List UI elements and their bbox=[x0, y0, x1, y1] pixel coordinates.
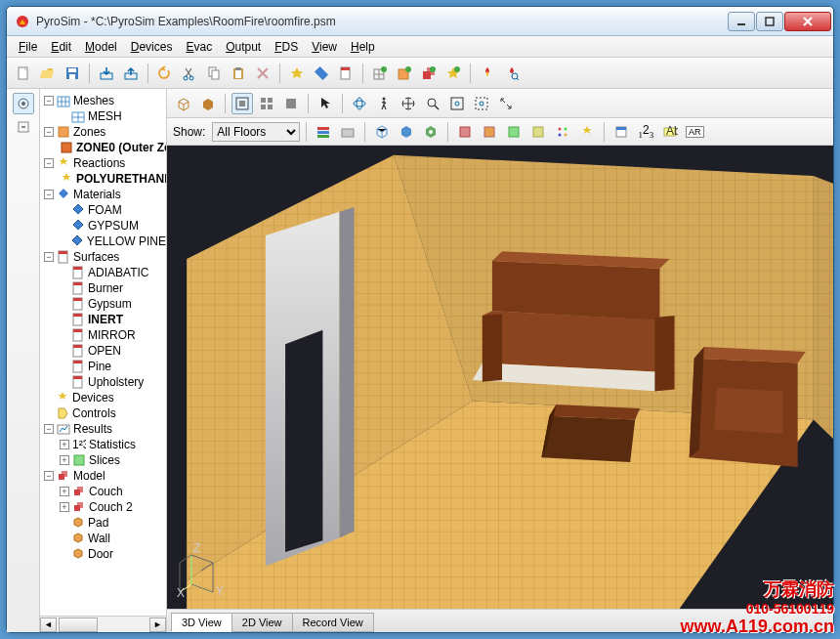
nav-tree[interactable]: −MeshesMESH−ZonesZONE0 (Outer Zo−Reactio… bbox=[40, 89, 166, 616]
zoom-selection-button[interactable] bbox=[471, 93, 492, 114]
run-sv-button[interactable] bbox=[501, 63, 523, 84]
config-button[interactable] bbox=[13, 93, 34, 114]
single-view-button[interactable] bbox=[280, 93, 302, 114]
solid-button[interactable] bbox=[197, 93, 219, 114]
show-particles-button[interactable] bbox=[576, 121, 598, 143]
run-fds-button[interactable] bbox=[477, 63, 498, 84]
floors-button[interactable] bbox=[313, 121, 334, 143]
tree-expander[interactable]: − bbox=[44, 190, 54, 199]
tree-item[interactable]: Door bbox=[40, 546, 166, 562]
tab-3d-view[interactable]: 3D View bbox=[171, 613, 232, 632]
tree-item[interactable]: Burner bbox=[40, 280, 166, 296]
tree-expander[interactable]: + bbox=[60, 455, 69, 465]
tab-2d-view[interactable]: 2D View bbox=[231, 613, 293, 632]
zoom-extents-button[interactable] bbox=[446, 93, 468, 114]
ar-button[interactable]: AR bbox=[684, 121, 705, 143]
clip-button[interactable] bbox=[337, 121, 358, 143]
tree-expander[interactable]: + bbox=[60, 502, 69, 512]
tree-item[interactable]: −Zones bbox=[40, 124, 166, 140]
new-mesh-button[interactable] bbox=[369, 63, 391, 84]
menu-devices[interactable]: Devices bbox=[125, 38, 179, 56]
tree-item[interactable]: −Reactions bbox=[40, 155, 166, 171]
tree-item[interactable]: FOAM bbox=[40, 202, 166, 218]
tree-item[interactable]: ADIABATIC bbox=[40, 265, 166, 280]
tree-item[interactable]: INERT bbox=[40, 312, 166, 327]
undo-button[interactable] bbox=[154, 63, 176, 84]
reset-view-button[interactable] bbox=[495, 93, 517, 114]
tree-item[interactable]: +Couch 2 bbox=[40, 499, 166, 515]
show-holes-button[interactable] bbox=[454, 121, 476, 143]
tree-item[interactable]: Pad bbox=[40, 515, 166, 531]
menu-help[interactable]: Help bbox=[345, 38, 381, 56]
minimize-button[interactable] bbox=[728, 12, 755, 31]
tree-expander[interactable]: − bbox=[44, 424, 54, 434]
3d-canvas[interactable]: Z Y X bbox=[167, 146, 833, 609]
walk-tool[interactable] bbox=[373, 93, 395, 114]
tree-expander[interactable]: − bbox=[44, 127, 54, 137]
collapse-button[interactable] bbox=[13, 116, 34, 138]
show-bnd-button[interactable] bbox=[527, 121, 549, 143]
select-tool[interactable] bbox=[315, 93, 336, 114]
tree-item[interactable]: +Slices bbox=[40, 452, 166, 468]
tree-item[interactable]: +Couch bbox=[40, 484, 166, 499]
edit-reactions-button[interactable] bbox=[286, 63, 308, 84]
cut-button[interactable] bbox=[179, 63, 200, 84]
tree-expander[interactable]: − bbox=[44, 252, 54, 262]
tree-item[interactable]: −Surfaces bbox=[40, 249, 166, 265]
export-button[interactable] bbox=[120, 63, 142, 84]
show-devices-button[interactable] bbox=[420, 121, 441, 143]
tree-item[interactable]: −Meshes bbox=[40, 93, 166, 108]
edit-surfaces-button[interactable] bbox=[335, 63, 357, 84]
labels-button[interactable]: Ab bbox=[659, 121, 681, 143]
tree-item[interactable]: POLYURETHANE bbox=[40, 171, 166, 187]
tree-item[interactable]: MIRROR bbox=[40, 327, 166, 343]
edit-materials-button[interactable] bbox=[311, 63, 332, 84]
import-button[interactable] bbox=[96, 63, 117, 84]
save-button[interactable] bbox=[62, 63, 83, 84]
tree-item[interactable]: −Model bbox=[40, 468, 166, 484]
orbit-tool[interactable] bbox=[349, 93, 370, 114]
copy-button[interactable] bbox=[203, 63, 225, 84]
floor-dropdown[interactable]: All Floors bbox=[212, 122, 300, 142]
tree-item[interactable]: Controls bbox=[40, 405, 166, 421]
view-top-button[interactable] bbox=[610, 121, 632, 143]
tree-expander[interactable]: + bbox=[60, 440, 69, 449]
menu-output[interactable]: Output bbox=[220, 38, 267, 56]
tree-expander[interactable]: − bbox=[44, 96, 54, 106]
show-mesh-button[interactable] bbox=[371, 121, 393, 143]
tree-item[interactable]: Pine bbox=[40, 359, 166, 374]
menu-edit[interactable]: Edit bbox=[45, 38, 77, 56]
tree-item[interactable]: YELLOW PINE bbox=[40, 234, 166, 249]
delete-button[interactable] bbox=[252, 63, 273, 84]
menu-file[interactable]: File bbox=[13, 38, 43, 56]
close-button[interactable] bbox=[784, 12, 831, 31]
wireframe-button[interactable] bbox=[173, 93, 194, 114]
new-button[interactable] bbox=[13, 63, 34, 84]
maximize-button[interactable] bbox=[756, 12, 783, 31]
tree-item[interactable]: ZONE0 (Outer Zo bbox=[40, 140, 166, 155]
open-button[interactable] bbox=[37, 63, 59, 84]
snap-grid-button[interactable] bbox=[552, 121, 573, 143]
paste-button[interactable] bbox=[228, 63, 249, 84]
zoom-tool[interactable] bbox=[422, 93, 443, 114]
tree-item[interactable]: GYPSUM bbox=[40, 218, 166, 234]
tree-item[interactable]: OPEN bbox=[40, 343, 166, 359]
tree-item[interactable]: −Results bbox=[40, 421, 166, 437]
tree-item[interactable]: +1²3Statistics bbox=[40, 437, 166, 452]
menu-model[interactable]: Model bbox=[79, 38, 123, 56]
tree-item[interactable]: Gypsum bbox=[40, 296, 166, 312]
outline-button[interactable] bbox=[231, 93, 253, 114]
tree-item[interactable]: Wall bbox=[40, 531, 166, 546]
tree-item[interactable]: Upholstery bbox=[40, 374, 166, 390]
tree-expander[interactable]: + bbox=[60, 487, 69, 496]
show-obst-button[interactable] bbox=[396, 121, 417, 143]
tab-record-view[interactable]: Record View bbox=[292, 613, 374, 632]
tree-item[interactable]: −Materials bbox=[40, 187, 166, 202]
stats-button[interactable]: 123 bbox=[635, 121, 656, 143]
show-slices-button[interactable] bbox=[503, 121, 525, 143]
tree-expander[interactable]: − bbox=[44, 471, 54, 481]
tree-item[interactable]: MESH bbox=[40, 108, 166, 124]
show-vents-button[interactable] bbox=[479, 121, 500, 143]
tree-item[interactable]: Devices bbox=[40, 390, 166, 405]
tree-expander[interactable]: − bbox=[44, 158, 54, 168]
